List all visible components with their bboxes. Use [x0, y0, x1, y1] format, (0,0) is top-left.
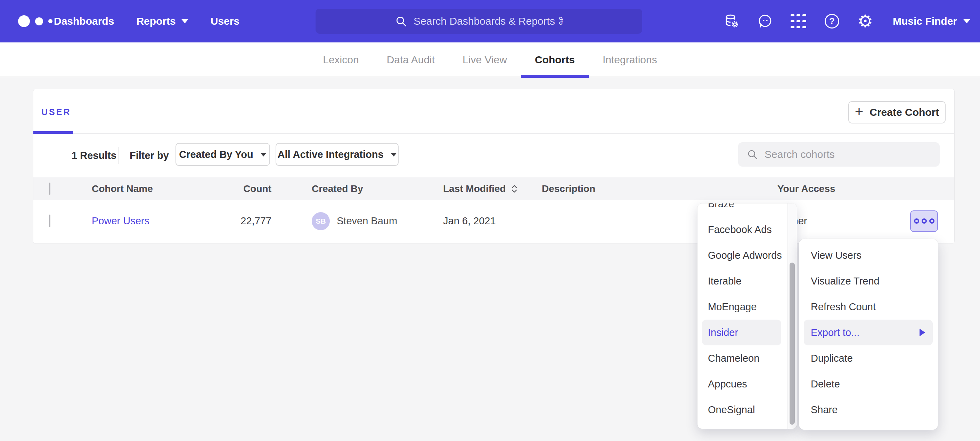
- active-tab-underline: [33, 131, 73, 134]
- menu-item-duplicate[interactable]: Duplicate: [799, 345, 938, 371]
- search-cohorts-input[interactable]: [765, 149, 918, 160]
- chevron-down-icon: [963, 19, 970, 23]
- create-cohort-button[interactable]: + Create Cohort: [848, 101, 946, 123]
- created-by-name: Steven Baum: [337, 215, 397, 227]
- filter-created-by-dropdown[interactable]: Created By You: [175, 143, 270, 166]
- sort-icon[interactable]: [511, 184, 518, 194]
- settings-gear-icon[interactable]: ⚙: [858, 13, 873, 29]
- col-your-access: Your Access: [777, 183, 910, 195]
- chevron-down-icon: [391, 153, 397, 157]
- menu-item-appcues[interactable]: Appcues: [697, 371, 788, 397]
- menu-item-view-users[interactable]: View Users: [799, 243, 938, 268]
- col-count: Count: [218, 183, 298, 195]
- menu-item-share[interactable]: Share: [799, 397, 938, 423]
- feedback-icon[interactable]: [757, 13, 773, 29]
- section-tabbar: Lexicon Data Audit Live View Cohorts Int…: [0, 42, 980, 77]
- export-destinations-menu: Braze Facebook Ads Google Adwords Iterab…: [697, 203, 797, 429]
- divider: [118, 147, 119, 164]
- primary-nav: Dashboards Reports Users: [54, 0, 239, 42]
- avatar: SB: [312, 212, 330, 230]
- submenu-arrow-icon: [920, 329, 925, 336]
- menu-scrollbar-track: [788, 203, 797, 429]
- topnav-right-cluster: ? ⚙ Music Finder: [724, 0, 970, 42]
- global-search-input[interactable]: [414, 15, 563, 27]
- global-search[interactable]: [315, 9, 642, 34]
- row-actions-button[interactable]: [910, 211, 938, 232]
- nav-users[interactable]: Users: [211, 15, 239, 27]
- table-row: Power Users 22,777 SB Steven Baum Jan 6,…: [33, 200, 954, 242]
- cohorts-card: USER + Create Cohort 1 Results Filter by…: [33, 89, 955, 244]
- cohort-name-link[interactable]: Power Users: [92, 215, 150, 227]
- menu-item-delete[interactable]: Delete: [799, 371, 938, 397]
- nav-dashboards[interactable]: Dashboards: [54, 15, 114, 27]
- menu-item-insider[interactable]: Insider: [702, 320, 781, 345]
- cohort-count: 22,777: [218, 215, 298, 227]
- menu-item-onesignal[interactable]: OneSignal: [697, 397, 788, 423]
- apps-grid-icon[interactable]: [791, 13, 807, 29]
- mixpanel-logo-icon[interactable]: [18, 0, 52, 42]
- your-access-value: Owner: [777, 215, 910, 227]
- col-created-by: Created By: [298, 183, 443, 195]
- tab-cohorts[interactable]: Cohorts: [521, 42, 589, 77]
- col-cohort-name: Cohort Name: [92, 183, 218, 195]
- tab-data-audit[interactable]: Data Audit: [373, 42, 449, 77]
- results-count: 1 Results: [72, 150, 116, 161]
- filter-integrations-dropdown[interactable]: All Active Integrations: [275, 143, 399, 166]
- export-destinations-list: Braze Facebook Ads Google Adwords Iterab…: [697, 203, 788, 429]
- row-context-menu: View Users Visualize Trend Refresh Count…: [799, 239, 938, 430]
- row-checkbox[interactable]: [49, 214, 50, 227]
- cohort-type-tabs: USER + Create Cohort: [33, 89, 954, 134]
- filter-by-label: Filter by: [130, 150, 169, 161]
- menu-item-google-adwords[interactable]: Google Adwords: [697, 243, 788, 268]
- app-root: Dashboards Reports Users: [0, 0, 980, 441]
- data-management-icon[interactable]: [724, 13, 740, 29]
- project-selector[interactable]: Music Finder: [893, 15, 970, 27]
- tab-live-view[interactable]: Live View: [449, 42, 521, 77]
- tab-user-cohorts[interactable]: USER: [41, 107, 71, 117]
- select-all-checkbox[interactable]: [49, 182, 50, 195]
- menu-item-braze[interactable]: Braze: [697, 203, 788, 217]
- table-header: Cohort Name Count Created By Last Modifi…: [33, 177, 954, 200]
- project-name: Music Finder: [893, 15, 957, 27]
- menu-item-facebook-ads[interactable]: Facebook Ads: [697, 217, 788, 243]
- tab-lexicon[interactable]: Lexicon: [309, 42, 372, 77]
- chevron-down-icon: [181, 19, 188, 23]
- menu-item-chameleon[interactable]: Chameleon: [697, 345, 788, 371]
- menu-item-export-to[interactable]: Export to...: [804, 320, 933, 345]
- search-cohorts-box[interactable]: [738, 142, 940, 166]
- tab-integrations[interactable]: Integrations: [589, 42, 671, 77]
- menu-item-iterable[interactable]: Iterable: [697, 268, 788, 294]
- filter-toolbar: 1 Results Filter by Created By You All A…: [33, 134, 954, 177]
- top-navbar: Dashboards Reports Users: [0, 0, 980, 42]
- col-description: Description: [542, 183, 777, 195]
- menu-item-visualize-trend[interactable]: Visualize Trend: [799, 268, 938, 294]
- plus-icon: +: [855, 104, 864, 119]
- menu-item-moengage[interactable]: MoEngage: [697, 294, 788, 320]
- menu-scrollbar-thumb[interactable]: [789, 263, 795, 425]
- help-icon[interactable]: ?: [824, 13, 840, 29]
- chevron-down-icon: [260, 153, 267, 157]
- col-last-modified[interactable]: Last Modified: [443, 183, 542, 195]
- nav-reports[interactable]: Reports: [136, 15, 188, 27]
- search-icon: [746, 149, 758, 160]
- menu-item-refresh-count[interactable]: Refresh Count: [799, 294, 938, 320]
- last-modified-date: Jan 6, 2021: [443, 215, 542, 227]
- search-icon: [395, 15, 407, 27]
